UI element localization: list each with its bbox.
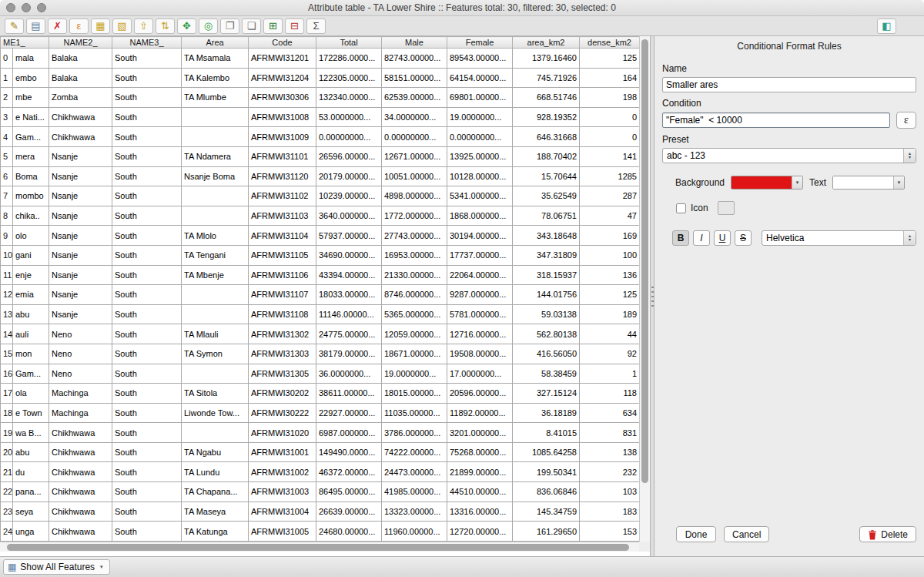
cell-name2[interactable]: Nsanje (49, 265, 112, 285)
cell-name2[interactable]: Zomba (49, 88, 112, 108)
cell-area[interactable]: TA Chimombo (182, 186, 249, 206)
cell-name3[interactable]: South (112, 442, 182, 462)
cell-name3[interactable]: South (112, 482, 182, 502)
cell-name1[interactable]: enje (13, 265, 49, 285)
cell-dense_km2[interactable]: 125 (580, 49, 640, 69)
cell-dense_km2[interactable]: 634 (580, 403, 640, 423)
cell-area[interactable]: TA Lundu (182, 462, 249, 482)
cell-male[interactable]: 18671.00000... (382, 344, 447, 364)
cell-rownum[interactable]: 11 (1, 265, 13, 285)
cell-code[interactable]: AFRMWI31102 (249, 186, 316, 206)
cancel-button[interactable]: Cancel (724, 526, 769, 542)
cell-name1[interactable]: mala (13, 49, 49, 69)
cell-total[interactable]: 0.00000000... (316, 127, 382, 147)
cell-area_km2[interactable]: 161.29650 (513, 522, 580, 542)
cell-male[interactable]: 0.00000000... (382, 127, 447, 147)
cell-male[interactable]: 11035.00000... (382, 403, 447, 423)
cell-area_km2[interactable]: 35.62549 (513, 186, 580, 206)
cell-name3[interactable]: South (112, 166, 182, 186)
cell-name1[interactable]: gani (13, 245, 49, 265)
cell-female[interactable]: 30194.00000... (447, 226, 513, 246)
cell-name2[interactable]: Balaka (49, 68, 112, 88)
cell-male[interactable]: 21330.00000... (382, 265, 447, 285)
cell-dense_km2[interactable]: 153 (580, 522, 640, 542)
cell-code[interactable]: AFRMWI31305 (249, 364, 316, 384)
column-header-area_km2[interactable]: area_km2 (513, 37, 580, 49)
cell-rownum[interactable]: 0 (1, 49, 13, 69)
cell-name1[interactable]: chika.. (13, 206, 49, 226)
cell-area[interactable]: TA Mbenje (182, 265, 249, 285)
condition-input[interactable] (662, 112, 890, 128)
cell-rownum[interactable]: 8 (1, 206, 13, 226)
minimize-button[interactable] (22, 3, 31, 12)
cell-total[interactable]: 3640.000000... (316, 206, 382, 226)
background-color-button[interactable]: ▾ (731, 176, 803, 190)
cell-male[interactable]: 58151.00000... (382, 68, 447, 88)
italic-button[interactable]: I (693, 230, 710, 246)
cell-rownum[interactable]: 14 (1, 324, 13, 344)
underline-button[interactable]: U (714, 230, 731, 246)
cell-female[interactable]: 75268.00000... (447, 442, 513, 462)
cell-area_km2[interactable]: 78.06751 (513, 206, 580, 226)
cell-name2[interactable]: Nsanje (49, 146, 112, 166)
cell-area[interactable]: TA Malemia (182, 285, 249, 305)
cell-rownum[interactable]: 7 (1, 186, 13, 206)
cell-name1[interactable]: e Town (13, 403, 49, 423)
cell-area[interactable]: TA Msamala (182, 49, 249, 69)
cell-area_km2[interactable]: 36.18189 (513, 403, 580, 423)
cell-name3[interactable]: South (112, 146, 182, 166)
cell-dense_km2[interactable]: 92 (580, 344, 640, 364)
cell-female[interactable]: 13316.00000... (447, 502, 513, 522)
select-by-expression-button[interactable]: ε (69, 18, 89, 34)
cell-dense_km2[interactable]: 183 (580, 502, 640, 522)
cell-area[interactable]: TA Kalembo (182, 68, 249, 88)
cell-rownum[interactable]: 18 (1, 403, 13, 423)
delete-field-button[interactable]: ⊟ (285, 18, 304, 34)
cell-area[interactable]: TA Chapana... (182, 482, 249, 502)
delete-rule-button[interactable]: Delete (859, 526, 916, 542)
cell-total[interactable]: 18033.00000... (316, 285, 382, 305)
cell-area[interactable]: Nsanje Boma (182, 166, 249, 186)
cell-male[interactable]: 11960.00000... (382, 522, 447, 542)
cell-area_km2[interactable]: 59.03138 (513, 304, 580, 324)
cell-name2[interactable]: Machinga (49, 403, 112, 423)
cell-area[interactable]: Majete Gam... (182, 127, 249, 147)
cell-total[interactable]: 149490.0000... (316, 442, 382, 462)
cell-code[interactable]: AFRMWI31009 (249, 127, 316, 147)
cell-code[interactable]: AFRMWI31005 (249, 522, 316, 542)
cell-code[interactable]: AFRMWI30222 (249, 403, 316, 423)
cell-name1[interactable]: abu (13, 442, 49, 462)
cell-code[interactable]: AFRMWI31106 (249, 265, 316, 285)
cell-area[interactable]: TA Ndamera (182, 146, 249, 166)
cell-total[interactable]: 36.0000000... (316, 364, 382, 384)
column-header-female[interactable]: Female (447, 37, 513, 49)
cell-name3[interactable]: South (112, 226, 182, 246)
vertical-scrollbar-thumb[interactable] (641, 39, 648, 483)
cell-male[interactable]: 24473.00000... (382, 462, 447, 482)
cell-name1[interactable]: pana... (13, 482, 49, 502)
cell-area_km2[interactable]: 318.15937 (513, 265, 580, 285)
cell-area_km2[interactable]: 327.15124 (513, 384, 580, 404)
invert-selection-button[interactable]: ⇅ (156, 18, 175, 34)
bold-button[interactable]: B (672, 230, 689, 246)
cell-rownum[interactable]: 20 (1, 442, 13, 462)
cell-female[interactable]: 19508.00000... (447, 344, 513, 364)
cell-total[interactable]: 38179.00000... (316, 344, 382, 364)
cell-area_km2[interactable]: 343.18648 (513, 226, 580, 246)
cell-total[interactable]: 24775.00000... (316, 324, 382, 344)
cell-total[interactable]: 43394.00000... (316, 265, 382, 285)
cell-dense_km2[interactable]: 198 (580, 88, 640, 108)
cell-dense_km2[interactable]: 118 (580, 384, 640, 404)
icon-checkbox[interactable] (676, 203, 686, 213)
cell-male[interactable]: 34.0000000... (382, 107, 447, 127)
text-color-button[interactable]: ▾ (832, 176, 905, 190)
cell-name1[interactable]: wa B... (13, 423, 49, 443)
cell-area_km2[interactable]: 668.51746 (513, 88, 580, 108)
cell-male[interactable]: 16953.00000... (382, 245, 447, 265)
cell-dense_km2[interactable]: 125 (580, 285, 640, 305)
cell-area_km2[interactable]: 58.38459 (513, 364, 580, 384)
cell-name3[interactable]: South (112, 304, 182, 324)
cell-name2[interactable]: Machinga (49, 384, 112, 404)
cell-rownum[interactable]: 19 (1, 423, 13, 443)
cell-rownum[interactable]: 23 (1, 502, 13, 522)
